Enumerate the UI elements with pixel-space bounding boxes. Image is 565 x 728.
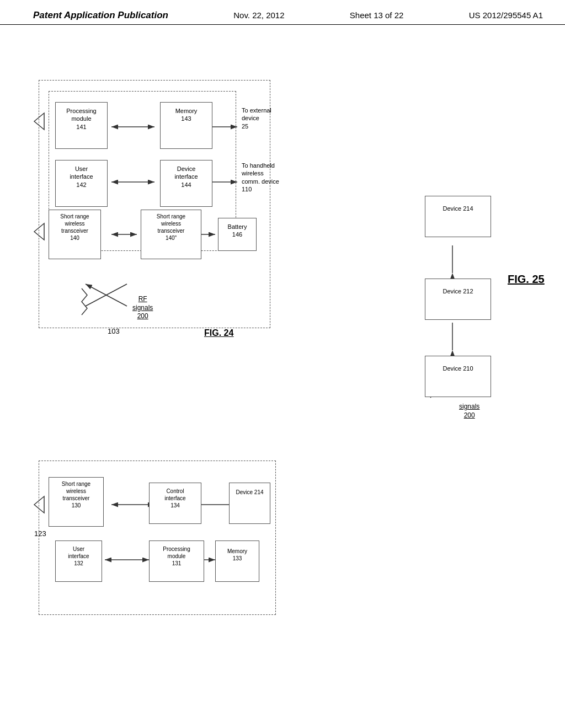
- short-range-140: Short rangewirelesstransceiver140: [49, 210, 101, 259]
- memory-133-label: Memory133: [216, 548, 259, 562]
- device-210-label: Device 210: [425, 365, 491, 372]
- short-range-130: Short rangewirelesstransceiver130: [49, 477, 104, 527]
- memory-143-label: Memory143: [161, 107, 212, 123]
- ref-123: 123: [34, 529, 46, 539]
- processing-module-141: Processingmodule141: [55, 102, 108, 149]
- battery-146: Battery146: [218, 218, 257, 251]
- signals-200-fig25: signals200: [459, 403, 479, 420]
- battery-146-label: Battery146: [218, 223, 256, 239]
- device-212: Device 212: [425, 279, 491, 320]
- memory-143: Memory143: [160, 102, 212, 149]
- page-header: Patent Application Publication Nov. 22, …: [0, 0, 565, 25]
- processing-module-131-label: Processingmodule131: [150, 545, 204, 567]
- diagram-area: 103 Processingmodule141 Memory143 Userin…: [0, 25, 565, 725]
- control-interface-134-label: Controlinterface134: [150, 488, 201, 509]
- user-interface-142-label: Userinterface142: [56, 165, 107, 189]
- processing-module-131: Processingmodule131: [149, 540, 204, 582]
- device-212-label: Device 212: [425, 287, 491, 295]
- to-external-device: To externaldevice25: [242, 106, 271, 130]
- device-214-top: Device 214: [425, 196, 491, 237]
- device-214-top-label: Device 214: [425, 205, 491, 212]
- publication-title: Patent Application Publication: [33, 10, 168, 21]
- device-interface-144-label: Deviceinterface144: [161, 165, 212, 189]
- to-handheld-device: To handheldwirelesscomm. device110: [242, 162, 279, 193]
- short-range-140-prime: Short rangewirelesstransceiver140": [141, 210, 201, 259]
- device-interface-144: Deviceinterface144: [160, 160, 212, 207]
- fig-24-label: FIG. 24: [204, 328, 233, 338]
- publication-date: Nov. 22, 2012: [233, 10, 284, 20]
- short-range-130-label: Short rangewirelesstransceiver130: [49, 480, 103, 509]
- user-interface-132-label: Userinterface132: [56, 545, 102, 567]
- control-interface-134: Controlinterface134: [149, 483, 201, 524]
- sheet-info: Sheet 13 of 22: [350, 10, 404, 20]
- patent-number: US 2012/295545 A1: [469, 10, 543, 20]
- processing-module-label: Processingmodule141: [56, 107, 107, 131]
- fig-25-label: FIG. 25: [508, 273, 545, 286]
- short-range-140-label: Short rangewirelesstransceiver140: [49, 213, 100, 242]
- device-214-lower-label: Device 214: [230, 489, 270, 496]
- ref-103: 103: [108, 327, 120, 336]
- short-range-140-prime-label: Short rangewirelesstransceiver140": [141, 213, 201, 242]
- device-214-lower: Device 214: [229, 483, 270, 524]
- rf-signals-200: RFsignals200: [132, 295, 153, 321]
- memory-133: Memory133: [215, 540, 259, 582]
- user-interface-142: Userinterface142: [55, 160, 108, 207]
- user-interface-132: Userinterface132: [55, 540, 102, 582]
- device-210: Device 210: [425, 356, 491, 397]
